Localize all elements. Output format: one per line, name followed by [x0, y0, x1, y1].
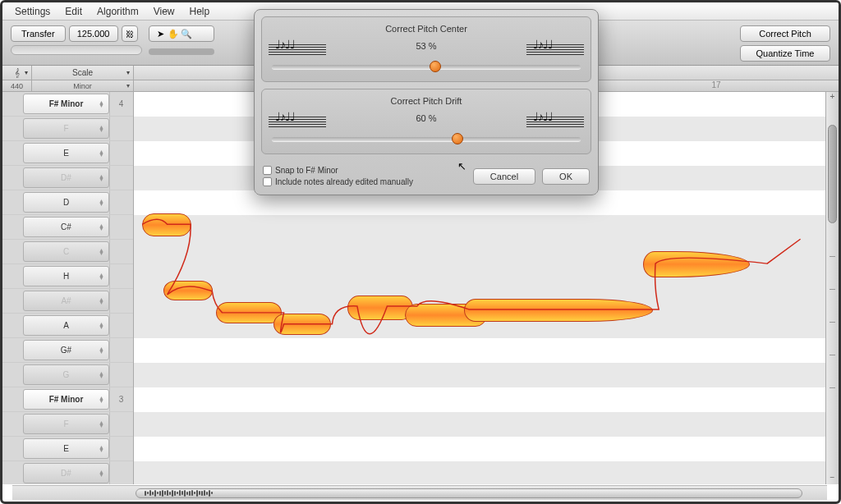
note-key[interactable]: F# Minor▲▼ — [23, 389, 109, 410]
staff-drift-after-icon: ♩♪♩♩ — [526, 111, 584, 132]
note-key[interactable]: D▲▼ — [23, 192, 109, 213]
octave-label — [109, 338, 132, 362]
zoom-out-icon[interactable]: − — [826, 473, 839, 484]
transfer-progress — [11, 45, 142, 55]
menu-view[interactable]: View — [154, 6, 175, 17]
menu-edit[interactable]: Edit — [65, 6, 82, 17]
staff-drift-before-icon: ♩♪♩♩ — [269, 111, 326, 132]
correct-pitch-dialog: Correct Pitch Center ♩♪♩♩ 53 % ♩♪♩♩ Corr… — [254, 9, 599, 195]
transfer-button[interactable]: Transfer — [11, 25, 66, 42]
note-key[interactable]: G▲▼ — [23, 364, 109, 385]
pitch-drift-title: Correct Pitch Drift — [269, 96, 584, 106]
pitch-center-value: 53 % — [416, 41, 436, 51]
octave-label — [109, 141, 132, 165]
include-edited-checkbox[interactable] — [263, 177, 272, 186]
octave-label — [109, 461, 132, 484]
note-key[interactable]: F# Minor▲▼ — [23, 94, 109, 114]
horizontal-scrollbar[interactable] — [12, 485, 827, 500]
tuning-value[interactable]: 440 — [2, 80, 32, 91]
octave-label — [109, 412, 132, 436]
correct-pitch-button[interactable]: Correct Pitch — [740, 25, 830, 42]
tool-slider[interactable] — [149, 48, 214, 55]
menu-algorithm[interactable]: Algorithm — [97, 6, 139, 17]
note-key[interactable]: E▲▼ — [23, 438, 109, 459]
vertical-scrollbar[interactable]: + − — [825, 92, 839, 484]
octave-label — [109, 117, 132, 140]
pitch-drift-section: Correct Pitch Drift ♩♪♩♩ 60 % ♩♪♩♩ — [261, 89, 591, 154]
include-edited-label: Include notes already edited manually — [275, 177, 413, 186]
note-key[interactable]: H▲▼ — [23, 266, 109, 286]
note-key[interactable]: D#▲▼ — [23, 463, 109, 483]
scale-header[interactable]: Scale — [32, 66, 134, 80]
octave-label — [109, 289, 132, 313]
ok-button[interactable]: OK — [542, 168, 590, 185]
note-key[interactable]: C#▲▼ — [23, 217, 109, 237]
mode-value[interactable]: Minor — [32, 80, 134, 91]
note-key[interactable]: E▲▼ — [23, 143, 109, 163]
note-key[interactable]: F▲▼ — [23, 414, 109, 434]
zoom-in-icon[interactable]: + — [826, 92, 839, 103]
octave-label — [109, 215, 132, 239]
pointer-tool-icon[interactable]: ➤ — [154, 28, 166, 39]
quantize-time-button[interactable]: Quantize Time — [740, 45, 830, 62]
menu-settings[interactable]: Settings — [15, 6, 50, 17]
pitch-center-slider[interactable] — [272, 65, 581, 70]
tool-selector[interactable]: ➤ ✋ 🔍 — [149, 25, 214, 42]
hand-tool-icon[interactable]: ✋ — [168, 28, 179, 39]
note-key[interactable]: D#▲▼ — [23, 167, 109, 188]
snap-checkbox[interactable] — [263, 166, 272, 175]
vscroll-thumb[interactable] — [828, 125, 837, 223]
octave-label — [109, 264, 132, 288]
overview-waveform — [145, 490, 213, 497]
hscroll-thumb[interactable] — [136, 488, 802, 498]
octave-label — [109, 190, 132, 214]
tuning-menu-icon[interactable]: 𝄞 — [2, 66, 32, 80]
note-key[interactable]: A▲▼ — [23, 315, 109, 336]
link-tempo-icon[interactable]: ⛓ — [122, 25, 138, 42]
tempo-field[interactable]: 125.000 — [69, 25, 118, 42]
note-key[interactable]: G#▲▼ — [23, 340, 109, 360]
note-ruler: F# Minor▲▼4F▲▼E▲▼D#▲▼D▲▼C#▲▼C▲▼H▲▼A#▲▼A▲… — [2, 92, 134, 484]
slider-thumb[interactable] — [430, 61, 441, 72]
cancel-button[interactable]: Cancel — [473, 168, 535, 185]
snap-label: Snap to F# Minor — [275, 166, 338, 175]
zoom-tool-icon[interactable]: 🔍 — [181, 28, 192, 39]
note-key[interactable]: C▲▼ — [23, 241, 109, 262]
pitch-center-section: Correct Pitch Center ♩♪♩♩ 53 % ♩♪♩♩ — [261, 16, 591, 82]
pitch-center-title: Correct Pitch Center — [269, 24, 584, 34]
staff-after-icon: ♩♪♩♩ — [526, 39, 584, 60]
slider-thumb[interactable] — [452, 133, 463, 144]
timeline-marker: 17 — [712, 80, 721, 89]
staff-before-icon: ♩♪♩♩ — [269, 39, 326, 60]
octave-label — [109, 437, 132, 460]
menu-help[interactable]: Help — [190, 6, 210, 17]
octave-label — [109, 363, 132, 387]
note-key[interactable]: F▲▼ — [23, 118, 109, 139]
octave-label — [109, 314, 132, 337]
pitch-drift-slider[interactable] — [272, 137, 581, 142]
octave-label: 3 — [109, 387, 132, 411]
octave-label — [109, 166, 132, 190]
pitch-drift-value: 60 % — [416, 113, 436, 123]
note-key[interactable]: A#▲▼ — [23, 291, 109, 311]
octave-label — [109, 240, 132, 263]
octave-label: 4 — [109, 92, 132, 116]
